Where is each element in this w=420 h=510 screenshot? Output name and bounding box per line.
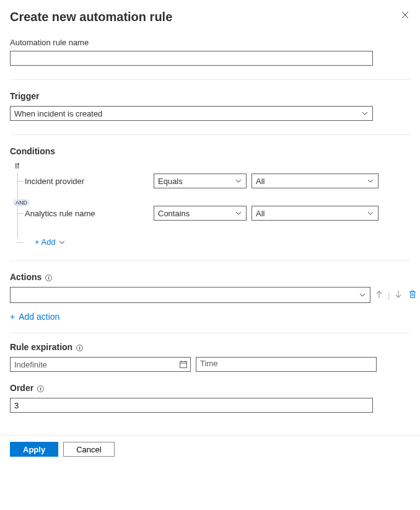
info-icon: i: [37, 385, 44, 392]
and-badge: AND: [13, 199, 30, 206]
add-action-button[interactable]: + Add action: [10, 312, 410, 322]
plus-icon: +: [10, 312, 15, 322]
delete-action-button[interactable]: [407, 289, 418, 302]
chevron-down-icon: [367, 177, 374, 185]
action-select[interactable]: [10, 287, 370, 303]
conditions-label: Conditions: [10, 146, 410, 156]
arrow-up-icon: [375, 290, 383, 299]
expiration-label: Rule expiration i: [10, 342, 410, 352]
move-up-button[interactable]: [374, 289, 384, 302]
trash-icon: [408, 290, 417, 299]
chevron-down-icon: [58, 239, 66, 246]
svg-rect-0: [180, 362, 187, 368]
rule-name-label: Automation rule name: [10, 38, 410, 47]
conditions-if-label: If: [15, 161, 410, 170]
condition-provider-operator[interactable]: Equals: [154, 174, 247, 188]
condition-row-analytics: Analytics rule name Contains All: [25, 205, 410, 221]
condition-provider-label: Incident provider: [25, 177, 154, 186]
rule-name-input[interactable]: [10, 51, 373, 66]
trigger-label: Trigger: [10, 91, 410, 101]
chevron-down-icon: [367, 209, 374, 217]
chevron-down-icon: [235, 209, 242, 217]
info-icon: i: [76, 345, 83, 351]
close-button[interactable]: [400, 10, 410, 22]
page-title: Create new automation rule: [10, 10, 172, 24]
condition-analytics-value[interactable]: All: [252, 206, 378, 221]
expiration-date-input[interactable]: Indefinite: [10, 357, 191, 372]
trigger-select[interactable]: When incident is created: [10, 106, 373, 121]
order-input[interactable]: [10, 398, 373, 413]
info-icon: i: [45, 275, 52, 281]
calendar-icon: [179, 360, 188, 369]
chevron-down-icon: [359, 291, 366, 299]
arrow-down-icon: [395, 290, 402, 299]
apply-button[interactable]: Apply: [10, 442, 58, 457]
condition-analytics-operator[interactable]: Contains: [154, 206, 247, 221]
chevron-down-icon: [361, 110, 369, 117]
chevron-down-icon: [235, 177, 242, 185]
cancel-button[interactable]: Cancel: [63, 442, 114, 457]
add-condition-button[interactable]: + Add: [25, 237, 410, 247]
condition-analytics-label: Analytics rule name: [25, 209, 154, 218]
move-down-button[interactable]: [393, 289, 403, 302]
expiration-time-input[interactable]: Time: [196, 357, 377, 372]
order-label: Order i: [10, 383, 410, 393]
condition-provider-value[interactable]: All: [252, 174, 378, 188]
separator: |: [388, 291, 390, 300]
actions-label: Actions i: [10, 272, 410, 282]
condition-row-provider: Incident provider Equals All: [25, 173, 410, 189]
trigger-value: When incident is created: [14, 109, 102, 118]
close-icon: [401, 11, 409, 19]
